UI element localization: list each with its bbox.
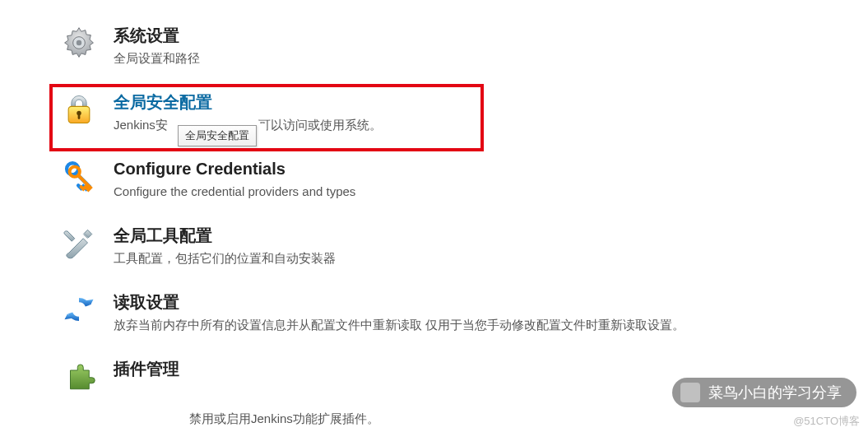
setting-desc: Jenkins安可以访问或使用系统。 [114, 116, 868, 133]
plugin-icon [59, 356, 99, 396]
setting-text: 系统设置 全局设置和路径 [114, 23, 868, 67]
svg-point-1 [77, 40, 81, 45]
setting-text: 全局工具配置 工具配置，包括它们的位置和自动安装器 [114, 223, 868, 267]
key-icon [59, 156, 99, 196]
reload-icon [59, 290, 99, 329]
setting-title: 插件管理 [114, 358, 868, 379]
setting-text: Configure Credentials Configure the cred… [114, 156, 868, 200]
setting-item-reload[interactable]: 读取设置 放弃当前内存中所有的设置信息并从配置文件中重新读取 仅用于当您手动修改… [59, 281, 868, 348]
setting-item-plugins[interactable]: 插件管理 [59, 348, 868, 396]
setting-text: 插件管理 [114, 356, 868, 383]
plugin-subtext: 禁用或启用Jenkins功能扩展插件。 [189, 411, 379, 427]
setting-item-credentials[interactable]: Configure Credentials Configure the cred… [59, 148, 868, 215]
svg-rect-4 [78, 114, 81, 119]
watermark-corner: @51CTO博客 [793, 414, 860, 429]
lock-icon [59, 90, 99, 129]
setting-desc: Configure the credential providers and t… [114, 183, 868, 200]
settings-list: 系统设置 全局设置和路径 全局安全配置 Jenkins安可以访问或使用系统。 C… [0, 0, 868, 396]
setting-title: 全局工具配置 [114, 225, 868, 246]
setting-title: 系统设置 [114, 25, 868, 46]
setting-item-security[interactable]: 全局安全配置 Jenkins安可以访问或使用系统。 [59, 81, 868, 148]
setting-desc: 全局设置和路径 [114, 49, 868, 67]
setting-title: 全局安全配置 [114, 91, 868, 113]
setting-title: 读取设置 [114, 291, 868, 313]
setting-desc: 工具配置，包括它们的位置和自动安装器 [114, 249, 868, 267]
setting-text: 读取设置 放弃当前内存中所有的设置信息并从配置文件中重新读取 仅用于当您手动修改… [114, 290, 868, 333]
setting-desc: 放弃当前内存中所有的设置信息并从配置文件中重新读取 仅用于当您手动修改配置文件时… [114, 316, 868, 333]
tools-icon [59, 223, 99, 262]
setting-item-tools[interactable]: 全局工具配置 工具配置，包括它们的位置和自动安装器 [59, 215, 868, 281]
setting-item-system[interactable]: 系统设置 全局设置和路径 [59, 15, 868, 81]
gear-icon [59, 23, 99, 63]
setting-title: Configure Credentials [114, 158, 868, 179]
setting-text: 全局安全配置 Jenkins安可以访问或使用系统。 [114, 90, 868, 133]
